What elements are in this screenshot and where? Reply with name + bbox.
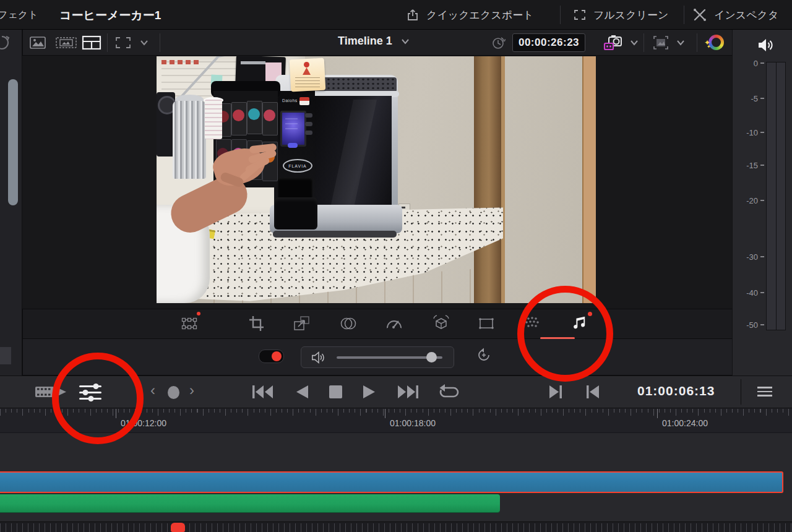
meter-bar-left xyxy=(767,62,776,330)
inspector-tab-bar xyxy=(22,309,732,339)
prev-edit-button[interactable] xyxy=(585,384,600,400)
audio-badge-dot xyxy=(588,312,592,316)
jog-right-icon[interactable]: › xyxy=(189,382,194,399)
tablet-screen-bits xyxy=(241,61,265,64)
clock-icon[interactable] xyxy=(491,35,507,50)
multicam-view-icon[interactable] xyxy=(82,35,101,50)
audio-enable-toggle[interactable] xyxy=(259,350,284,363)
project-title: コーヒーメーカー1 xyxy=(59,7,161,24)
chevron-down-icon xyxy=(140,40,148,46)
tab-speed-change[interactable] xyxy=(384,315,404,332)
toolbar-divider xyxy=(107,33,108,52)
machine-brand-text: Daiohs xyxy=(282,98,298,103)
scroll-strip-ticks xyxy=(0,523,792,532)
timeline-ruler[interactable]: 01:00:12:00 01:00:18:00 01:00:24:00 xyxy=(0,408,792,433)
volume-speaker-icon[interactable] xyxy=(311,351,327,364)
viewer-toolbar: Timeline 1 00:00:26:23 ✦ ✦ xyxy=(22,30,732,56)
still-grab-menu[interactable] xyxy=(652,35,685,51)
quick-export-button[interactable]: クイックエクスポート xyxy=(405,5,534,25)
stop-button[interactable] xyxy=(329,385,343,399)
tab-composite[interactable] xyxy=(339,315,358,332)
inspector-button[interactable]: インスペクタ xyxy=(692,5,778,25)
meter-tick-0: 0 xyxy=(739,59,758,68)
transport-bar: ‹ › 01:00:06:13 xyxy=(0,375,792,408)
source-timecode-field[interactable]: 00:00:26:23 xyxy=(512,33,585,52)
sparkle-glyph-small: ✦ xyxy=(707,44,711,49)
meter-tick-4: -20 xyxy=(739,196,758,205)
filmstrip-icon[interactable] xyxy=(54,35,78,50)
meter-tick-2: -10 xyxy=(739,128,758,137)
info-card-lines xyxy=(295,77,320,87)
tab-lens-correction[interactable] xyxy=(477,315,496,332)
audio-controls-row xyxy=(22,339,732,375)
audio-clip[interactable] xyxy=(0,494,500,512)
machine-button-1 xyxy=(305,113,312,118)
tools-mixer-icon[interactable] xyxy=(77,381,106,403)
ruler-major-tick-1 xyxy=(116,409,116,418)
toolbar-divider-4 xyxy=(697,33,697,52)
go-to-start-button[interactable] xyxy=(252,384,274,400)
effects-label-clipped[interactable]: フェクト xyxy=(0,9,38,22)
go-to-end-button[interactable] xyxy=(397,384,419,400)
pod-label-crimson xyxy=(264,109,275,121)
timeline-name: Timeline 1 xyxy=(338,35,392,48)
playhead-timecode[interactable]: 01:00:06:13 xyxy=(637,384,715,398)
timeline-options-menu[interactable] xyxy=(757,387,772,397)
pod-label-teal xyxy=(248,108,260,120)
tab-motion-effects[interactable] xyxy=(523,315,541,332)
timeline-scroll-strip[interactable] xyxy=(0,521,792,532)
topbar-divider xyxy=(560,6,561,24)
fullscreen-button[interactable]: フルスクリーン xyxy=(572,5,668,25)
fullscreen-label: フルスクリーン xyxy=(593,8,668,22)
top-bar: フェクト コーヒーメーカー1 クイックエクスポート フルスクリーン インスペクタ xyxy=(0,0,792,30)
info-card-figure xyxy=(304,62,309,67)
fit-brackets-icon xyxy=(114,35,132,50)
timeline-selector[interactable]: Timeline 1 xyxy=(338,35,410,48)
video-clip-selected[interactable] xyxy=(0,471,783,493)
vertical-scrollbar[interactable] xyxy=(8,79,18,205)
timeline-track-area xyxy=(0,433,792,532)
flavia-text: FLAVIA xyxy=(288,164,307,168)
meter-dashes xyxy=(760,62,764,329)
tab-audio[interactable] xyxy=(569,313,589,334)
jog-wheel[interactable] xyxy=(168,386,179,399)
volume-slider-group xyxy=(301,346,454,368)
photo-overlay-icon[interactable] xyxy=(29,36,46,49)
ruler-label-3: 01:00:24:00 xyxy=(662,418,708,428)
audio-meter-panel: 0 -5 -10 -15 -20 -30 -40 -50 xyxy=(732,30,792,375)
machine-drip-tray xyxy=(274,197,317,230)
right-wood-edge xyxy=(582,56,596,303)
volume-slider-knob[interactable] xyxy=(426,352,437,363)
speaker-icon[interactable] xyxy=(757,37,775,53)
pod-label-red xyxy=(233,109,244,121)
camera-lock-menu[interactable] xyxy=(603,33,639,52)
wood-pillar-highlight xyxy=(501,56,505,303)
toolbar-divider-3 xyxy=(644,33,644,52)
metal-airpot xyxy=(173,101,206,179)
meter-tick-7: -50 xyxy=(739,320,758,330)
loop-button[interactable] xyxy=(437,383,462,401)
tab-crop[interactable] xyxy=(248,314,265,333)
topbar-divider-2 xyxy=(684,6,684,24)
viewer-fit-menu[interactable] xyxy=(114,35,148,50)
tab-dynamic-zoom[interactable] xyxy=(293,315,311,332)
toggle-knob xyxy=(272,351,282,361)
jog-left-icon[interactable]: ‹ xyxy=(150,382,155,399)
camera-icon xyxy=(603,33,624,52)
reset-icon[interactable] xyxy=(476,348,491,363)
auto-color-button[interactable]: ✦ ✦ xyxy=(706,35,725,51)
timeline-view-icon[interactable] xyxy=(34,382,67,401)
lcd-glyphs xyxy=(285,118,298,133)
undo-icon-clipped[interactable] xyxy=(0,35,10,51)
tab-stabilization[interactable] xyxy=(430,314,451,333)
ruler-medium-ticks xyxy=(0,409,792,416)
play-button[interactable] xyxy=(363,384,376,400)
play-reverse-button[interactable] xyxy=(295,384,309,400)
chevron-down-icon xyxy=(630,40,639,46)
machine-button-3 xyxy=(305,131,312,135)
chevron-down-icon xyxy=(401,38,410,45)
ruler-major-tick-3 xyxy=(657,409,658,418)
timeline-scroll-marker[interactable] xyxy=(171,523,185,532)
next-edit-button[interactable] xyxy=(548,384,563,400)
tab-transform[interactable] xyxy=(179,315,199,335)
